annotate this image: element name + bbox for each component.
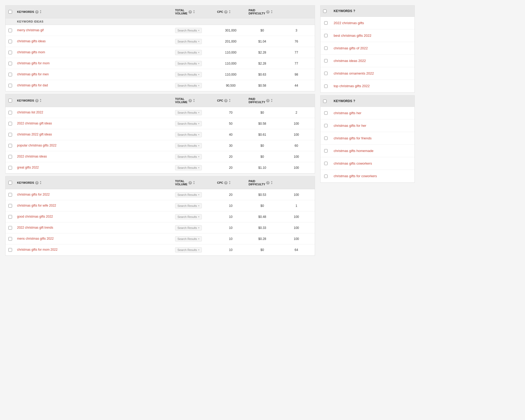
right-keyword-link[interactable]: christmas gifts coworkers: [331, 159, 414, 168]
sort-arrows-icon[interactable]: ▲▼: [271, 181, 273, 185]
right-row-checkbox[interactable]: [324, 124, 328, 127]
keyword-link[interactable]: christmas 2022 gift ideas: [17, 133, 52, 136]
search-results-button[interactable]: Search Results ▾: [175, 121, 202, 126]
row-checkbox[interactable]: [8, 237, 12, 241]
right-select-all-checkbox[interactable]: [323, 9, 327, 13]
right-keyword-link[interactable]: top christmas gifts 2022: [331, 82, 414, 91]
sort-arrows-icon[interactable]: ▲▼: [193, 10, 195, 14]
sort-arrows-icon[interactable]: ▲▼: [40, 181, 42, 185]
right-keyword-link[interactable]: 2022 christmas gifts: [331, 19, 414, 28]
right-row-checkbox[interactable]: [324, 46, 328, 50]
sort-arrows-icon[interactable]: ▲▼: [193, 181, 195, 185]
keyword-link[interactable]: 2022 christmas ideas: [17, 155, 47, 158]
search-results-button[interactable]: Search Results ▾: [175, 236, 202, 242]
row-checkbox[interactable]: [8, 62, 12, 65]
search-results-button[interactable]: Search Results ▾: [175, 143, 202, 148]
row-checkbox[interactable]: [8, 215, 12, 219]
row-checkbox[interactable]: [8, 193, 12, 197]
select-all-checkbox[interactable]: [8, 181, 12, 185]
select-all-checkbox[interactable]: [8, 99, 12, 102]
search-results-button[interactable]: Search Results ▾: [175, 247, 202, 253]
keyword-link[interactable]: great gifts 2022: [17, 166, 39, 169]
sort-arrows-icon[interactable]: ▲▼: [229, 10, 231, 14]
search-results-button[interactable]: Search Results ▾: [175, 214, 202, 219]
row-checkbox[interactable]: [8, 166, 12, 170]
right-keyword-link[interactable]: best christmas gifts 2022: [331, 31, 414, 40]
right-row-checkbox[interactable]: [324, 162, 328, 165]
table-row: christmas gifts for wife 2022Search Resu…: [6, 200, 315, 211]
select-all-checkbox[interactable]: [8, 10, 12, 14]
right-select-all-checkbox[interactable]: [323, 99, 327, 103]
keyword-link[interactable]: christmas gifts for dad: [17, 83, 48, 87]
sort-arrows-icon[interactable]: ▲▼: [193, 98, 195, 103]
row-checkbox[interactable]: [8, 248, 12, 252]
right-row-checkbox[interactable]: [324, 34, 328, 37]
row-checkbox[interactable]: [8, 155, 12, 159]
search-results-button[interactable]: Search Results ▾: [175, 39, 202, 44]
search-results-button[interactable]: Search Results ▾: [175, 83, 202, 88]
keyword-link[interactable]: good christmas gifts 2022: [17, 215, 53, 218]
row-checkbox[interactable]: [8, 111, 12, 114]
search-results-button[interactable]: Search Results ▾: [175, 203, 202, 208]
row-checkbox[interactable]: [8, 122, 12, 125]
right-row-checkbox[interactable]: [324, 149, 328, 153]
keyword-link[interactable]: christmas gifts ideas: [17, 39, 46, 43]
right-row-checkbox[interactable]: [324, 175, 328, 178]
right-row-checkbox[interactable]: [324, 85, 328, 88]
row-checkbox[interactable]: [8, 73, 12, 76]
sort-arrows-icon[interactable]: ▲▼: [40, 10, 42, 14]
sort-arrows-icon[interactable]: ▲▼: [40, 98, 42, 103]
keyword-link[interactable]: christmas gifts mom: [17, 50, 45, 54]
keyword-link[interactable]: merry christmas gif: [17, 28, 44, 32]
right-row-checkbox[interactable]: [324, 72, 328, 75]
right-row-checkbox[interactable]: [324, 136, 328, 140]
search-results-button[interactable]: Search Results ▾: [175, 28, 202, 33]
right-keyword-link[interactable]: christmas ornaments 2022: [331, 69, 414, 78]
search-results-button[interactable]: Search Results ▾: [175, 50, 202, 55]
keyword-link[interactable]: christmas gifts for men: [17, 72, 49, 76]
right-keyword-link[interactable]: christmas ideas 2022: [331, 56, 414, 65]
sort-arrows-icon[interactable]: ▲▼: [229, 181, 231, 185]
keyword-link[interactable]: christmas gifts for 2022: [17, 193, 50, 196]
right-keyword-cell: best christmas gifts 2022: [331, 31, 414, 40]
row-checkbox[interactable]: [8, 84, 12, 87]
right-row-checkbox[interactable]: [324, 111, 328, 115]
right-keyword-link[interactable]: christmas gifts her: [331, 109, 414, 118]
keyword-link[interactable]: christmas gifts for mom: [17, 61, 50, 65]
right-keyword-link[interactable]: christmas gifts homemade: [331, 146, 414, 155]
search-results-button[interactable]: Search Results ▾: [175, 192, 202, 197]
row-checkbox[interactable]: [8, 29, 12, 32]
row-checkbox[interactable]: [8, 144, 12, 148]
row-checkbox[interactable]: [8, 133, 12, 136]
keyword-link[interactable]: 2022 christmas gift trends: [17, 226, 53, 229]
keyword-link[interactable]: 2022 christmas gift ideas: [17, 122, 52, 125]
right-keyword-link[interactable]: christmas gifts for her: [331, 121, 414, 130]
row-checkbox[interactable]: [8, 51, 12, 54]
right-row-check-cell: [321, 147, 331, 155]
row-checkbox[interactable]: [8, 226, 12, 230]
search-results-button[interactable]: Search Results ▾: [175, 61, 202, 66]
keyword-link[interactable]: christmas gifts for wife 2022: [17, 204, 56, 207]
volume-cell: 110,000: [215, 60, 246, 67]
right-keyword-link[interactable]: christmas gifts of 2022: [331, 44, 414, 53]
keyword-link[interactable]: popular christmas gifts 2022: [17, 144, 56, 147]
right-row-checkbox[interactable]: [324, 21, 328, 25]
keyword-link[interactable]: christmas list 2022: [17, 111, 43, 114]
sort-arrows-icon[interactable]: ▲▼: [271, 10, 273, 14]
keyword-link[interactable]: mens christmas gifts 2022: [17, 237, 54, 240]
row-checkbox[interactable]: [8, 40, 12, 43]
search-results-button[interactable]: Search Results ▾: [175, 225, 202, 230]
keyword-link[interactable]: christmas gifts for mom 2022: [17, 248, 57, 251]
search-results-button[interactable]: Search Results ▾: [175, 72, 202, 77]
right-keyword-cell: christmas gifts her: [331, 109, 414, 118]
right-keyword-link[interactable]: christmas gifts for friends: [331, 134, 414, 143]
right-keyword-link[interactable]: christmas gifts for coworkers: [331, 172, 414, 181]
sort-arrows-icon[interactable]: ▲▼: [271, 98, 273, 103]
search-results-button[interactable]: Search Results ▾: [175, 165, 202, 170]
search-results-button[interactable]: Search Results ▾: [175, 132, 202, 137]
search-results-button[interactable]: Search Results ▾: [175, 154, 202, 159]
sort-arrows-icon[interactable]: ▲▼: [229, 98, 231, 103]
search-results-button[interactable]: Search Results ▾: [175, 110, 202, 115]
row-checkbox[interactable]: [8, 204, 12, 208]
right-row-checkbox[interactable]: [324, 59, 328, 62]
